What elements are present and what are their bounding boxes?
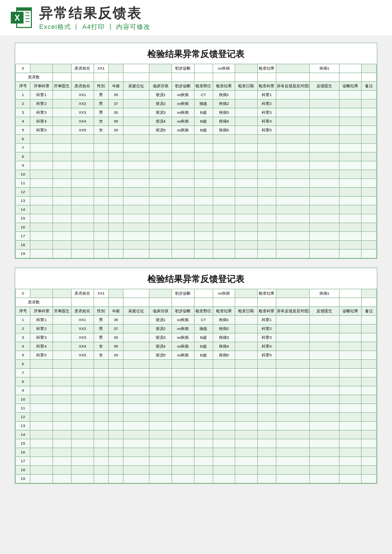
table-cell[interactable]: XX4 [71, 117, 94, 126]
table-cell[interactable] [362, 126, 377, 135]
table-cell[interactable]: 男 [94, 100, 108, 108]
table-cell[interactable]: 2 [16, 325, 30, 333]
table-cell[interactable] [235, 117, 258, 126]
table-cell[interactable] [362, 108, 377, 117]
table-cell[interactable]: 疾病1 [213, 316, 235, 325]
table-cell[interactable] [235, 325, 258, 333]
table-cell[interactable]: 3 [16, 108, 30, 117]
table-cell[interactable]: 37 [108, 325, 123, 333]
table-cell[interactable] [339, 126, 362, 135]
table-cell[interactable] [276, 117, 309, 126]
table-cell[interactable]: 35 [108, 91, 123, 100]
table-cell[interactable] [276, 316, 309, 325]
table-cell[interactable] [339, 100, 362, 108]
table-cell[interactable]: 状况3 [149, 108, 172, 117]
table-cell[interactable] [123, 100, 149, 108]
table-cell[interactable]: B超 [194, 108, 213, 117]
table-cell[interactable] [276, 325, 309, 333]
table-cell[interactable] [235, 351, 258, 360]
table-cell[interactable]: 科室5 [257, 351, 276, 360]
table-cell[interactable]: XX1 [71, 91, 94, 100]
table-cell[interactable]: 科室3 [30, 333, 53, 342]
table-cell[interactable]: B超 [194, 342, 213, 351]
table-cell[interactable] [339, 351, 362, 360]
table-cell[interactable]: 疾病4 [213, 117, 235, 126]
table-cell[interactable]: 疾病5 [213, 126, 235, 135]
table-cell[interactable]: 科室1 [30, 91, 53, 100]
table-cell[interactable] [52, 316, 71, 325]
table-cell[interactable]: 5 [16, 351, 30, 360]
table-cell[interactable] [52, 342, 71, 351]
table-cell[interactable]: 状况2 [149, 100, 172, 108]
table-cell[interactable] [339, 117, 362, 126]
table-cell[interactable]: 男 [94, 325, 108, 333]
table-cell[interactable]: 2 [16, 100, 30, 108]
table-cell[interactable] [235, 333, 258, 342]
table-cell[interactable] [310, 108, 340, 117]
table-cell[interactable] [276, 342, 309, 351]
table-cell[interactable]: 科室1 [30, 316, 53, 325]
table-cell[interactable]: 科室2 [257, 100, 276, 108]
table-cell[interactable]: XX3 [71, 108, 94, 117]
table-cell[interactable] [52, 117, 71, 126]
table-cell[interactable]: 疾病3 [213, 108, 235, 117]
table-cell[interactable] [123, 91, 149, 100]
table-cell[interactable]: xx疾病 [172, 316, 195, 325]
table-cell[interactable] [52, 325, 71, 333]
table-cell[interactable] [52, 91, 71, 100]
table-cell[interactable]: 状况4 [149, 117, 172, 126]
table-cell[interactable] [52, 126, 71, 135]
table-cell[interactable]: xx疾病 [172, 108, 195, 117]
table-cell[interactable]: 疾病4 [213, 342, 235, 351]
table-cell[interactable] [310, 333, 340, 342]
table-cell[interactable] [123, 325, 149, 333]
table-cell[interactable] [235, 316, 258, 325]
table-cell[interactable]: 科室1 [257, 91, 276, 100]
table-cell[interactable] [123, 333, 149, 342]
table-cell[interactable] [276, 108, 309, 117]
table-cell[interactable]: XX5 [71, 351, 94, 360]
table-cell[interactable]: xx疾病 [172, 342, 195, 351]
table-cell[interactable] [362, 100, 377, 108]
table-cell[interactable]: xx疾病 [172, 333, 195, 342]
table-cell[interactable]: 科室5 [30, 351, 53, 360]
table-cell[interactable]: 男 [94, 316, 108, 325]
table-cell[interactable] [276, 91, 309, 100]
table-cell[interactable] [310, 91, 340, 100]
table-cell[interactable]: 科室3 [30, 108, 53, 117]
table-cell[interactable] [276, 351, 309, 360]
table-cell[interactable] [123, 126, 149, 135]
table-cell[interactable] [235, 126, 258, 135]
table-cell[interactable]: 科室4 [30, 117, 53, 126]
table-cell[interactable]: xx疾病 [172, 100, 195, 108]
table-cell[interactable]: 科室3 [257, 108, 276, 117]
table-cell[interactable] [123, 351, 149, 360]
table-cell[interactable]: XX5 [71, 126, 94, 135]
table-cell[interactable] [52, 100, 71, 108]
table-cell[interactable]: xx疾病 [172, 126, 195, 135]
table-cell[interactable]: 科室5 [30, 126, 53, 135]
table-cell[interactable]: 科室4 [257, 117, 276, 126]
table-cell[interactable]: 4 [16, 117, 30, 126]
table-cell[interactable]: B超 [194, 351, 213, 360]
table-cell[interactable] [276, 100, 309, 108]
table-cell[interactable]: xx疾病 [172, 351, 195, 360]
table-cell[interactable]: 抽血 [194, 325, 213, 333]
table-cell[interactable] [362, 351, 377, 360]
table-cell[interactable]: XX1 [71, 316, 94, 325]
table-cell[interactable] [362, 117, 377, 126]
table-cell[interactable]: 状况5 [149, 351, 172, 360]
table-cell[interactable]: 1 [16, 316, 30, 325]
table-cell[interactable]: 26 [108, 108, 123, 117]
table-cell[interactable] [276, 333, 309, 342]
table-cell[interactable] [339, 333, 362, 342]
table-cell[interactable]: 科室5 [257, 126, 276, 135]
table-cell[interactable]: 状况2 [149, 325, 172, 333]
table-cell[interactable]: 29 [108, 126, 123, 135]
table-cell[interactable] [339, 91, 362, 100]
table-cell[interactable] [310, 342, 340, 351]
table-cell[interactable] [276, 126, 309, 135]
table-cell[interactable] [235, 108, 258, 117]
table-cell[interactable]: 状况1 [149, 316, 172, 325]
table-cell[interactable]: XX3 [71, 333, 94, 342]
